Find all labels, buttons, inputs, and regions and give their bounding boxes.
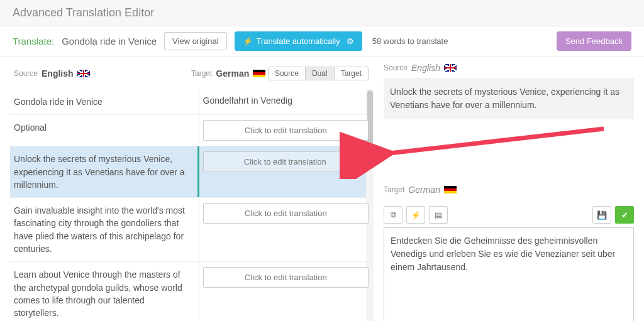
- bolt-icon: ⚡: [411, 210, 421, 220]
- flag-de-icon: [253, 70, 265, 77]
- click-to-edit-button[interactable]: Click to edit translation: [203, 151, 367, 172]
- app-title: Advanced Translation Editor: [13, 6, 631, 19]
- glossary-button[interactable]: ▤: [429, 206, 448, 224]
- editor-panel: Source English Unlock the secrets of mys…: [377, 57, 644, 321]
- words-to-translate: 58 words to translate: [372, 36, 448, 46]
- target-toolbar: ⧉ ⚡ ▤ 💾 ✔: [384, 206, 634, 224]
- editor-source-label: Source: [384, 63, 408, 72]
- flag-uk-icon: [444, 64, 457, 72]
- click-to-edit-button[interactable]: Click to edit translation: [203, 120, 369, 141]
- src-cell: Unlock the secrets of mysterious Venice,…: [10, 146, 199, 197]
- editor-target-lang: German: [408, 185, 440, 195]
- table-row[interactable]: Unlock the secrets of mysterious Venice,…: [10, 146, 372, 198]
- target-label: Target: [191, 69, 212, 78]
- editor-target-label: Target: [384, 185, 404, 194]
- source-text-box: Unlock the secrets of mysterious Venice,…: [384, 78, 634, 119]
- check-icon: ✔: [621, 210, 628, 220]
- src-cell: Optional: [10, 115, 199, 146]
- table-row[interactable]: Optional Click to edit translation: [10, 115, 372, 146]
- src-cell: Gondola ride in Venice: [10, 89, 199, 114]
- app-header: Advanced Translation Editor: [0, 0, 644, 26]
- src-cell: Gain invaluable insight into the world's…: [10, 198, 199, 261]
- save-icon: 💾: [597, 210, 607, 220]
- flag-uk-icon: [77, 70, 90, 77]
- target-textarea[interactable]: [384, 227, 634, 321]
- target-lang: German: [216, 68, 249, 79]
- source-label: Source: [14, 69, 38, 78]
- table-row[interactable]: Gain invaluable insight into the world's…: [10, 198, 372, 262]
- bolt-icon: ⚡: [243, 36, 253, 46]
- table-row[interactable]: Learn about Venice through the masters o…: [10, 262, 372, 321]
- gear-icon: ⚙: [347, 36, 354, 46]
- source-lang: English: [42, 68, 74, 79]
- send-feedback-button[interactable]: Send Feedback: [557, 31, 631, 51]
- translate-automatically-button[interactable]: ⚡ Translate automatically ⚙: [235, 31, 362, 51]
- view-toggle: Source Dual Target: [268, 67, 369, 80]
- translate-page-name: Gondola ride in Venice: [62, 36, 157, 46]
- tgt-cell-text: Gondelfahrt in Venedig: [203, 94, 369, 107]
- lang-row: Source English Target German Source Dual…: [10, 60, 372, 89]
- toggle-target[interactable]: Target: [335, 67, 368, 80]
- copy-icon: ⧉: [391, 210, 396, 220]
- click-to-edit-button[interactable]: Click to edit translation: [203, 203, 369, 224]
- view-original-button[interactable]: View original: [164, 32, 226, 50]
- confirm-button[interactable]: ✔: [615, 206, 634, 224]
- flag-de-icon: [444, 186, 457, 193]
- dual-panel: Source English Target German Source Dual…: [0, 57, 377, 321]
- sub-header: Translate: Gondola ride in Venice View o…: [0, 26, 644, 57]
- translate-label: Translate:: [13, 36, 54, 46]
- editor-source-lang: English: [411, 63, 440, 73]
- table-row[interactable]: Gondola ride in Venice Gondelfahrt in Ve…: [10, 89, 372, 115]
- copy-from-source-button[interactable]: ⧉: [384, 206, 402, 224]
- click-to-edit-button[interactable]: Click to edit translation: [203, 267, 369, 288]
- translate-auto-label: Translate automatically: [257, 36, 340, 46]
- src-cell: Learn about Venice through the masters o…: [10, 262, 199, 321]
- machine-translate-button[interactable]: ⚡: [406, 206, 425, 224]
- toggle-source[interactable]: Source: [269, 67, 306, 80]
- book-icon: ▤: [435, 210, 442, 220]
- toggle-dual[interactable]: Dual: [306, 67, 335, 80]
- save-button[interactable]: 💾: [592, 206, 611, 224]
- translation-rows: Gondola ride in Venice Gondelfahrt in Ve…: [10, 89, 372, 321]
